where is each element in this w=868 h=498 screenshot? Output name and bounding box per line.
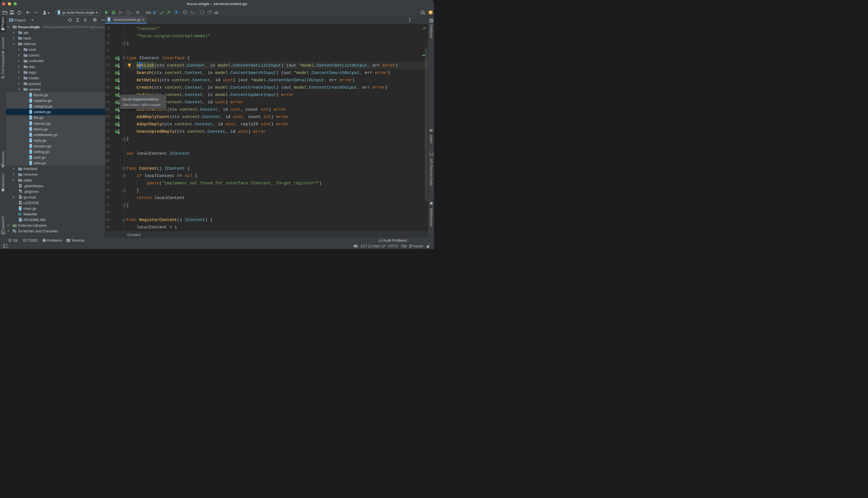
svg-text:MD: MD [19,220,22,222]
svg-text:/API: /API [430,153,433,155]
svg-text:I: I [116,108,117,111]
svg-text:I: I [116,86,117,89]
svg-text:I: I [116,123,117,126]
svg-text:?: ? [355,245,356,247]
svg-text:I: I [116,101,117,104]
svg-text:I: I [116,116,117,119]
svg-text:/API: /API [379,240,382,242]
svg-text:I: I [116,57,117,60]
svg-text:I: I [116,79,117,82]
svg-text:I: I [116,71,117,75]
svg-text:I: I [116,93,117,96]
svg-text:API: API [2,232,4,234]
svg-text:I: I [116,130,117,133]
svg-text:I: I [116,64,117,67]
